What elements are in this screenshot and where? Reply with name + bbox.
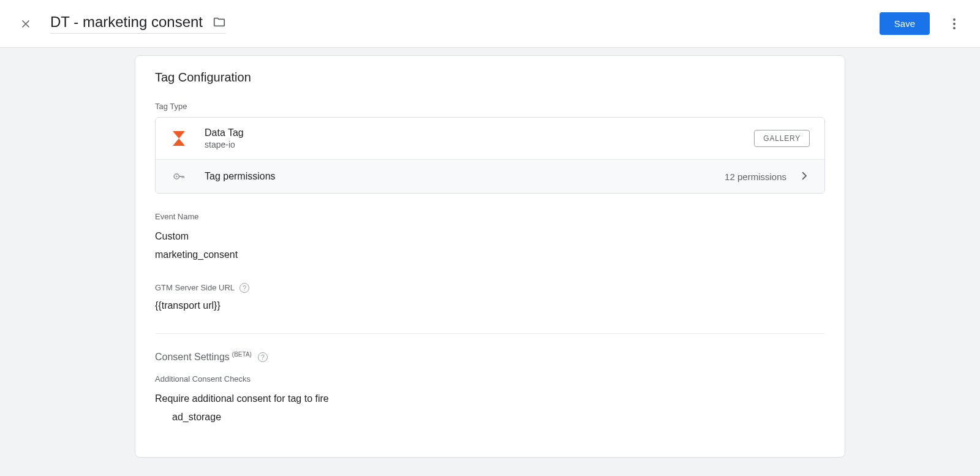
body-area: Tag Configuration Tag Type Data Tag stap… <box>0 48 980 476</box>
server-url-value: {{transport url}} <box>155 297 825 315</box>
data-tag-icon <box>170 130 187 147</box>
consent-checks-value: Require additional consent for tag to fi… <box>155 390 825 408</box>
folder-icon <box>213 15 226 29</box>
more-vert-icon <box>947 17 962 31</box>
divider <box>155 333 825 334</box>
help-icon[interactable]: ? <box>239 283 249 293</box>
section-title: Tag Configuration <box>155 70 825 85</box>
beta-badge: (BETA) <box>232 351 252 358</box>
consent-heading: Consent Settings(BETA) <box>155 351 252 363</box>
tag-name: Data Tag <box>205 127 754 138</box>
close-icon <box>20 18 32 30</box>
permissions-label: Tag permissions <box>205 171 725 182</box>
more-menu-button[interactable] <box>947 17 962 31</box>
chevron-right-icon <box>799 170 810 183</box>
consent-heading-text: Consent Settings <box>155 352 230 363</box>
tag-type-row[interactable]: Data Tag stape-io GALLERY <box>156 118 824 159</box>
server-url-label: GTM Server Side URL <box>155 283 235 292</box>
event-name-label: Event Name <box>155 212 825 221</box>
header: DT - marketing consent Save <box>0 0 980 48</box>
svg-point-0 <box>953 18 956 21</box>
svg-point-1 <box>953 23 956 25</box>
close-button[interactable] <box>18 17 33 31</box>
server-url-block: GTM Server Side URL ? {{transport url}} <box>155 283 825 315</box>
consent-checks-label: Additional Consent Checks <box>155 374 825 383</box>
svg-point-2 <box>953 27 956 29</box>
tag-vendor: stape-io <box>205 140 754 149</box>
key-icon <box>170 170 187 183</box>
tag-configuration-card: Tag Configuration Tag Type Data Tag stap… <box>135 55 845 458</box>
event-name-value-2: marketing_consent <box>155 246 825 264</box>
tag-type-box: Data Tag stape-io GALLERY Tag permission… <box>155 117 825 194</box>
gallery-badge[interactable]: GALLERY <box>754 130 810 147</box>
permissions-count: 12 permissions <box>725 172 786 182</box>
page-title[interactable]: DT - marketing consent <box>50 13 203 31</box>
folder-button[interactable] <box>213 15 226 29</box>
svg-point-4 <box>176 176 178 178</box>
consent-storage-value: ad_storage <box>172 408 825 426</box>
event-name-value-1: Custom <box>155 227 825 246</box>
tag-name-column: Data Tag stape-io <box>205 127 754 149</box>
tag-permissions-row[interactable]: Tag permissions 12 permissions <box>156 159 824 193</box>
consent-checks-block: Additional Consent Checks Require additi… <box>155 374 825 427</box>
consent-heading-row: Consent Settings(BETA) ? <box>155 351 825 363</box>
title-wrap: DT - marketing consent <box>50 13 226 34</box>
save-button[interactable]: Save <box>880 12 930 35</box>
tag-type-label: Tag Type <box>155 102 825 111</box>
event-name-block: Event Name Custom marketing_consent <box>155 212 825 265</box>
help-icon[interactable]: ? <box>258 352 268 362</box>
